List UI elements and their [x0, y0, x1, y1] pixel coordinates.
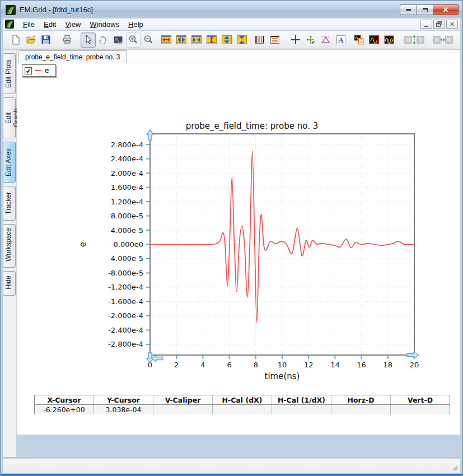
menu-bar: FileEditViewWindowsHelp ✕ [3, 18, 460, 30]
window-title: EM.Grid - [fdtd_tut16c] [20, 6, 93, 14]
expand-x-button[interactable] [159, 32, 174, 48]
arrows-y-out-button[interactable] [219, 32, 234, 48]
plot-tab-label: probe_e_field_time: probe no. 3 [25, 53, 120, 61]
cursor-col-header: X-Cursor [35, 395, 94, 404]
svg-text:-4.000e-5: -4.000e-5 [108, 254, 143, 263]
plot-svg[interactable]: 2.800e-42.400e-42.000e-41.600e-41.200e-4… [68, 129, 426, 387]
svg-text:12: 12 [304, 361, 314, 369]
minimize-button[interactable] [400, 4, 417, 15]
svg-text:4.000e-5: 4.000e-5 [111, 226, 143, 235]
sidebar-tab-label: Edit Plots [4, 59, 12, 88]
svg-text:-2.400e-4: -2.400e-4 [108, 326, 143, 334]
cursor-col-header: Y-Cursor [94, 395, 153, 404]
vertical-calipers-button[interactable] [252, 32, 267, 48]
svg-text:1.200e-4: 1.200e-4 [111, 198, 143, 206]
mdi-minimize-button[interactable] [420, 20, 432, 29]
svg-text:-2.000e-4: -2.000e-4 [108, 311, 143, 320]
cursor-value-cell: -6.260e+00 [35, 405, 94, 414]
menu-windows[interactable]: Windows [85, 19, 124, 30]
cursor-table-header: X-CursorY-CursorV-CaliperH-Cal (dX)H-Cal… [35, 395, 450, 405]
cursor-col-header: H-Cal (dX) [213, 395, 272, 404]
close-button[interactable]: ✕ [433, 4, 459, 15]
legend-checkbox[interactable]: ✔ [25, 67, 32, 74]
cursor-value-cell [272, 405, 331, 414]
sidebar-tab-workspace[interactable]: Workspace [3, 224, 16, 268]
svg-text:-8.000e-5: -8.000e-5 [108, 269, 143, 277]
cursor-table-values: -6.260e+003.038e-04 [35, 405, 450, 414]
cursor-col-header: Vert-D [391, 395, 450, 404]
svg-text:6: 6 [227, 361, 231, 369]
zoom-region-button[interactable] [111, 32, 126, 48]
menu-help[interactable]: Help [124, 19, 148, 30]
svg-text:10: 10 [278, 361, 287, 369]
arrows-x-in-button[interactable] [189, 32, 204, 48]
caliper-triangle-button[interactable] [319, 32, 334, 48]
sidebar-tab-edit-graph[interactable]: Edit Graph [3, 97, 16, 138]
sync-vertical-button[interactable] [403, 32, 425, 48]
menu-bar-items: FileEditViewWindowsHelp [18, 19, 148, 30]
sidebar: Edit Plots Edit Graph Edit Axes Tracker … [3, 50, 17, 458]
sidebar-tab-hide[interactable]: Hide [3, 271, 16, 296]
arrows-y-in-button[interactable] [234, 32, 249, 48]
app-logo-icon [6, 5, 16, 15]
svg-text:2.000e-4: 2.000e-4 [111, 169, 143, 178]
plot-tab[interactable]: probe_e_field_time: probe no. 3 [18, 50, 127, 63]
menu-edit[interactable]: Edit [39, 19, 60, 30]
cursor-col-header: V-Caliper [153, 395, 213, 404]
svg-text:2.400e-4: 2.400e-4 [111, 155, 143, 163]
svg-text:4: 4 [200, 361, 205, 369]
select-cursor-button[interactable] [81, 32, 96, 48]
legend-series-label: e [45, 67, 49, 74]
toolbar: A [3, 31, 460, 49]
mdi-restore-button[interactable] [433, 20, 445, 29]
svg-text:20: 20 [410, 361, 419, 369]
title-bar: EM.Grid - [fdtd_tut16c] ✕ [1, 1, 462, 18]
mdi-close-button[interactable]: ✕ [446, 20, 458, 29]
new-file-button[interactable] [8, 32, 24, 48]
pan-hand-button[interactable] [96, 32, 111, 48]
zoom-in-button[interactable] [126, 32, 141, 48]
svg-text:1.600e-4: 1.600e-4 [111, 183, 143, 192]
resize-grip[interactable] [452, 465, 459, 472]
svg-text:0.000e0: 0.000e0 [114, 240, 144, 249]
svg-text:e: e [78, 242, 88, 247]
cursor-value-cell [331, 405, 391, 414]
menu-view[interactable]: View [60, 19, 85, 30]
cursor-value-cell [153, 405, 213, 414]
tracker-button[interactable] [303, 32, 319, 48]
sidebar-tab-label: Edit Axes [4, 148, 12, 176]
save-file-button[interactable] [39, 32, 54, 48]
sidebar-tab-label: Workspace [4, 228, 12, 262]
horizontal-calipers-button[interactable] [267, 32, 282, 48]
mdi-child-icon [5, 20, 14, 29]
svg-text:14: 14 [330, 361, 340, 369]
plot-single-button[interactable] [367, 32, 382, 48]
cursor-value-cell [391, 405, 450, 414]
sidebar-tab-label: Tracker [4, 192, 12, 214]
menu-file[interactable]: File [18, 19, 39, 30]
plot-client-area: probe_e_field_time: probe no. 3 ✔ e prob… [17, 50, 460, 435]
maximize-button[interactable] [417, 4, 433, 15]
svg-text:-2.800e-4: -2.800e-4 [108, 340, 143, 348]
plot-multi-button[interactable] [381, 32, 396, 48]
sidebar-tab-edit-plots[interactable]: Edit Plots [3, 53, 16, 94]
close-icon: ✕ [443, 6, 449, 13]
zoom-out-button[interactable] [141, 32, 156, 48]
svg-text:18: 18 [384, 361, 393, 369]
app-window: EM.Grid - [fdtd_tut16c] ✕ FileEditViewWi… [0, 0, 463, 476]
workspace-button[interactable] [352, 32, 367, 48]
status-bar [3, 458, 460, 473]
print-button[interactable] [59, 32, 74, 48]
arrows-x-out-button[interactable] [174, 32, 189, 48]
crosshair-button[interactable] [288, 32, 303, 48]
text-annotation-button[interactable]: A [333, 32, 348, 48]
sidebar-tab-edit-axes[interactable]: Edit Axes [3, 142, 16, 183]
open-file-button[interactable] [24, 32, 39, 48]
svg-text:time(ns): time(ns) [265, 371, 300, 381]
svg-text:-1.600e-4: -1.600e-4 [108, 297, 143, 306]
expand-y-button[interactable] [204, 32, 219, 48]
svg-text:8: 8 [254, 361, 258, 369]
sidebar-tab-tracker[interactable]: Tracker [3, 186, 16, 221]
cursor-value-cell: 3.038e-04 [94, 405, 153, 414]
sync-horizontal-button[interactable] [432, 32, 455, 48]
